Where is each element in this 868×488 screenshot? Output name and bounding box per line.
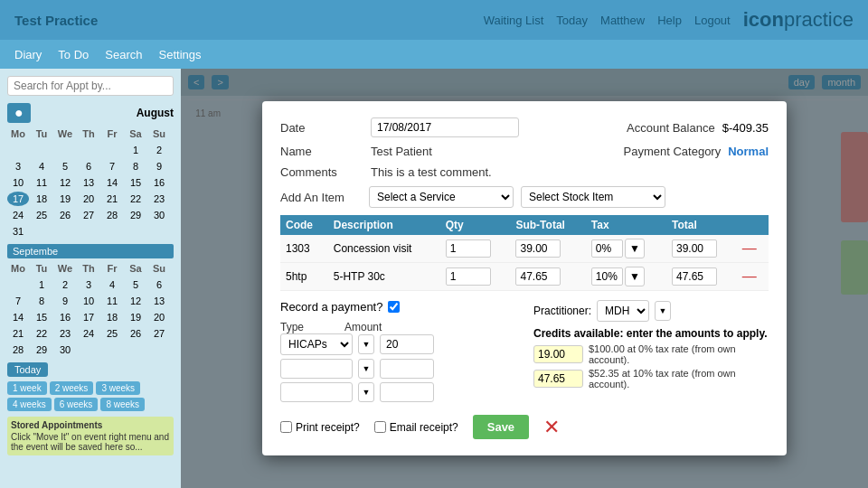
cell-subtotal-1[interactable] [510, 235, 585, 263]
cal-cell[interactable]: 30 [54, 343, 76, 357]
cal-cell[interactable] [101, 143, 123, 157]
cal-cell-today[interactable]: 17 [7, 192, 29, 206]
cal-cell[interactable]: 18 [101, 310, 123, 324]
cal-cell[interactable] [31, 143, 52, 157]
cal-cell[interactable]: 11 [31, 175, 52, 190]
cal-cell[interactable]: 29 [125, 208, 146, 222]
cal-cell[interactable]: 28 [101, 208, 123, 222]
amount-input-3[interactable] [380, 382, 434, 402]
cal-cell[interactable]: 1 [31, 277, 52, 292]
cal-cell[interactable]: 12 [54, 175, 76, 190]
cal-cell[interactable]: 11 [101, 294, 123, 308]
qty-input-1[interactable] [446, 239, 491, 258]
cal-cell[interactable]: 20 [78, 192, 99, 206]
diary-link[interactable]: Diary [14, 48, 42, 61]
cal-cell[interactable]: 27 [78, 208, 99, 222]
cal-cell[interactable]: 28 [7, 343, 29, 357]
total-input-1[interactable] [672, 239, 717, 258]
cal-cell[interactable]: 7 [7, 294, 29, 308]
cal-cell[interactable]: 13 [78, 175, 99, 190]
week-btn-4[interactable]: 4 weeks [7, 398, 52, 411]
todo-link[interactable]: To Do [58, 48, 89, 61]
tax-input-1[interactable] [591, 239, 623, 258]
tax-stepper-1[interactable]: ▼ [625, 239, 645, 258]
credit-input-1[interactable] [533, 345, 583, 363]
cal-cell[interactable]: 30 [148, 208, 170, 222]
cal-cell[interactable]: 10 [78, 294, 99, 308]
cell-delete-1[interactable]: — [737, 235, 769, 263]
type-stepper-3[interactable]: ▼ [358, 382, 374, 402]
cal-cell[interactable]: 10 [7, 175, 29, 190]
cal-cell[interactable]: 9 [54, 294, 76, 308]
cal-cell[interactable]: 3 [7, 159, 29, 174]
cal-cell[interactable]: 13 [148, 294, 170, 308]
cal-cell[interactable]: 8 [125, 159, 146, 174]
practitioner-stepper[interactable]: ▼ [655, 301, 671, 321]
cal-cell[interactable] [78, 143, 99, 157]
payment-type-select-1[interactable]: HICAPs [280, 333, 353, 355]
cal-cell[interactable]: 9 [148, 159, 170, 174]
total-input-2[interactable] [672, 267, 717, 286]
subtotal-input-2[interactable] [515, 267, 561, 286]
amount-input-2[interactable] [380, 359, 434, 379]
cal-cell[interactable]: 6 [78, 159, 99, 174]
cal-cell[interactable]: 26 [125, 326, 146, 341]
date-input[interactable] [371, 117, 519, 137]
cal-cell[interactable]: 16 [148, 175, 170, 190]
payment-type-input-3[interactable] [280, 382, 353, 402]
cal-cell[interactable]: 26 [54, 208, 76, 222]
cal-cell[interactable] [7, 277, 29, 292]
cal-cell[interactable]: 22 [125, 192, 146, 206]
cal-cell[interactable]: 24 [78, 326, 99, 341]
qty-input-2[interactable] [446, 267, 491, 286]
week-btn-8[interactable]: 8 weeks [100, 398, 145, 411]
credit-input-2[interactable] [533, 370, 583, 388]
waiting-list-link[interactable]: Waiting List [484, 14, 544, 27]
today-link[interactable]: Today [556, 14, 588, 27]
cal-cell[interactable]: 8 [31, 294, 52, 308]
record-payment-checkbox[interactable] [388, 301, 400, 313]
type-stepper-2[interactable]: ▼ [358, 359, 374, 379]
cal-cell[interactable]: 2 [148, 143, 170, 157]
cancel-button[interactable]: ✕ [543, 416, 560, 439]
cal-cell[interactable]: 16 [54, 310, 76, 324]
week-btn-6[interactable]: 6 weeks [54, 398, 99, 411]
week-btn-3[interactable]: 3 weeks [96, 381, 140, 395]
cell-delete-2[interactable]: — [737, 263, 769, 291]
email-receipt-checkbox[interactable] [374, 421, 386, 433]
practitioner-select[interactable]: MDH [597, 300, 649, 322]
cal-cell[interactable]: 31 [7, 224, 29, 239]
cal-cell[interactable]: 25 [31, 208, 52, 222]
cal-cell[interactable]: 18 [31, 192, 52, 206]
cal-cell[interactable]: 27 [148, 326, 170, 341]
cal-cell[interactable]: 14 [101, 175, 123, 190]
cal-cell[interactable]: 2 [54, 277, 76, 292]
delete-row-1-button[interactable]: — [742, 240, 757, 257]
cell-qty-1[interactable] [440, 235, 511, 263]
payment-type-input-2[interactable] [280, 359, 353, 379]
print-receipt-checkbox[interactable] [280, 421, 292, 433]
cal-cell[interactable]: 19 [54, 192, 76, 206]
cal-cell[interactable]: 14 [7, 310, 29, 324]
cell-total-1[interactable] [666, 235, 737, 263]
subtotal-input-1[interactable] [515, 239, 561, 258]
today-sidebar-label[interactable]: Today [7, 362, 48, 377]
cal-cell[interactable]: 24 [7, 208, 29, 222]
cal-cell[interactable] [54, 143, 76, 157]
cal-cell[interactable]: 17 [78, 310, 99, 324]
cal-cell[interactable]: 21 [101, 192, 123, 206]
search-input[interactable] [7, 76, 174, 96]
cell-qty-2[interactable] [440, 263, 511, 291]
cal-cell[interactable]: 5 [54, 159, 76, 174]
search-link[interactable]: Search [105, 48, 142, 61]
cal-cell[interactable]: 3 [78, 277, 99, 292]
week-btn-1[interactable]: 1 week [7, 381, 47, 395]
cell-total-2[interactable] [666, 263, 737, 291]
help-link[interactable]: Help [657, 14, 682, 27]
save-button[interactable]: Save [473, 415, 529, 439]
cal-cell[interactable]: 15 [31, 310, 52, 324]
cal-cell[interactable] [7, 143, 29, 157]
cal-cell[interactable]: 5 [125, 277, 146, 292]
tax-stepper-2[interactable]: ▼ [625, 267, 645, 286]
cal-cell[interactable]: 7 [101, 159, 123, 174]
